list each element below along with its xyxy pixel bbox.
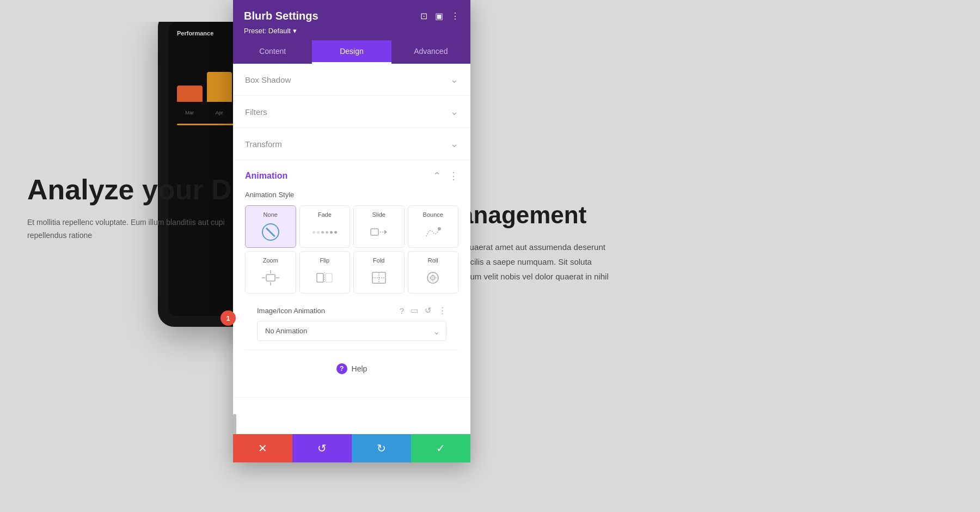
anim-fade[interactable]: Fade (299, 205, 351, 248)
svg-point-13 (438, 227, 441, 230)
fullscreen-icon[interactable]: ⊡ (420, 11, 427, 21)
layout-icon[interactable]: ▣ (435, 11, 443, 21)
modal-overlay (0, 0, 980, 512)
panel-title-row: Blurb Settings ⊡ ▣ ⋮ (244, 10, 460, 22)
box-shadow-label: Box Shadow (245, 75, 291, 84)
transform-label: Transform (245, 139, 282, 149)
panel-header-icons: ⊡ ▣ ⋮ (420, 11, 460, 21)
panel-header: Blurb Settings ⊡ ▣ ⋮ Preset: Default ▾ (233, 0, 470, 40)
fade-dot-5 (330, 231, 333, 234)
cancel-button[interactable]: ✕ (233, 434, 292, 462)
animation-grid: None Fade (245, 205, 458, 294)
animation-section: Animation ⌃ ⋮ Animation Style None (233, 160, 470, 398)
fade-dot-1 (313, 231, 315, 234)
none-circle-icon (262, 223, 279, 241)
svg-rect-19 (317, 273, 323, 282)
anim-slide[interactable]: Slide (353, 205, 405, 248)
confirm-button[interactable]: ✓ (411, 434, 470, 462)
anim-bounce-icon (423, 222, 443, 242)
help-label: Help (352, 364, 367, 373)
box-shadow-section[interactable]: Box Shadow ⌄ (233, 64, 470, 96)
scrollbar[interactable] (233, 414, 236, 434)
img-anim-label: Image/Icon Animation (257, 307, 325, 315)
transform-chevron: ⌄ (450, 138, 458, 150)
redo-button[interactable]: ↻ (352, 434, 411, 462)
filters-section[interactable]: Filters ⌄ (233, 96, 470, 128)
anim-roll-icon (423, 268, 443, 288)
img-anim-row: Image/Icon Animation ? ▭ ↺ ⋮ No Animatio… (245, 297, 458, 350)
preset-label: Preset: Default (244, 27, 291, 35)
roll-svg-icon (424, 270, 442, 285)
anim-flip[interactable]: Flip (299, 251, 351, 294)
animation-title: Animation (245, 171, 287, 181)
img-anim-help-icon[interactable]: ? (400, 306, 404, 315)
animation-header: Animation ⌃ ⋮ (245, 170, 458, 182)
anim-zoom[interactable]: Zoom (245, 251, 296, 294)
anim-slide-label: Slide (372, 211, 385, 218)
anim-fade-label: Fade (318, 211, 332, 218)
anim-fold-icon (369, 268, 389, 288)
anim-none[interactable]: None (245, 205, 296, 248)
animation-header-icons: ⌃ ⋮ (433, 170, 458, 182)
fade-dot-6 (334, 231, 337, 234)
img-anim-icons: ? ▭ ↺ ⋮ (400, 306, 446, 315)
fade-dot-4 (326, 231, 328, 234)
anim-fold[interactable]: Fold (353, 251, 405, 294)
help-circle-icon: ? (336, 363, 347, 374)
svg-rect-14 (266, 275, 275, 281)
undo-button[interactable]: ↺ (292, 434, 352, 462)
fade-dot-3 (321, 231, 324, 234)
img-anim-more-icon[interactable]: ⋮ (438, 306, 446, 315)
anim-bounce-label: Bounce (423, 211, 443, 218)
anim-none-icon (261, 222, 280, 242)
anim-roll-label: Roll (428, 257, 438, 264)
img-anim-device-icon[interactable]: ▭ (411, 306, 418, 315)
tab-advanced[interactable]: Advanced (391, 40, 470, 64)
anim-fold-label: Fold (373, 257, 384, 264)
panel-tabs: Content Design Advanced (233, 40, 470, 64)
flip-svg-icon (316, 270, 333, 285)
anim-zoom-label: Zoom (263, 257, 278, 264)
anim-flip-icon (315, 268, 334, 288)
panel-title: Blurb Settings (244, 10, 318, 22)
preset-row[interactable]: Preset: Default ▾ (244, 27, 460, 35)
anim-flip-label: Flip (320, 257, 329, 264)
transform-section[interactable]: Transform ⌄ (233, 128, 470, 160)
tab-design[interactable]: Design (312, 40, 391, 64)
anim-none-label: None (264, 211, 278, 218)
animation-more-icon[interactable]: ⋮ (449, 170, 458, 182)
svg-rect-10 (371, 229, 378, 235)
anim-slide-icon (369, 222, 389, 242)
filters-chevron: ⌄ (450, 106, 458, 118)
help-row[interactable]: ? Help (245, 350, 458, 387)
anim-bounce[interactable]: Bounce (408, 205, 459, 248)
zoom-svg-icon (262, 270, 279, 285)
panel-footer: ✕ ↺ ↻ ✓ (233, 434, 470, 462)
anim-roll[interactable]: Roll (408, 251, 459, 294)
animation-style-label: Animation Style (245, 191, 458, 199)
scroll-thumb (233, 414, 236, 434)
anim-fade-icon (315, 222, 334, 242)
fold-svg-icon (370, 270, 388, 285)
anim-zoom-icon (261, 268, 280, 288)
fade-dots-icon (313, 231, 337, 234)
img-anim-select-wrapper: No Animation Pulse Flash Rubberband Shak… (257, 321, 446, 341)
bounce-svg-icon (424, 225, 442, 239)
step-badge: 1 (220, 310, 236, 326)
preset-arrow: ▾ (293, 27, 297, 35)
more-icon[interactable]: ⋮ (451, 11, 460, 21)
filters-label: Filters (245, 107, 267, 117)
slide-svg-icon (370, 225, 388, 239)
tab-content[interactable]: Content (233, 40, 312, 64)
panel-body: Box Shadow ⌄ Filters ⌄ Transform ⌄ Anima… (233, 64, 470, 434)
svg-marker-12 (384, 230, 387, 234)
settings-panel: Blurb Settings ⊡ ▣ ⋮ Preset: Default ▾ C… (233, 0, 470, 462)
img-anim-reset-icon[interactable]: ↺ (425, 306, 432, 315)
animation-collapse-icon[interactable]: ⌃ (433, 170, 441, 182)
box-shadow-chevron: ⌄ (450, 74, 458, 86)
svg-rect-20 (326, 273, 332, 282)
img-anim-select[interactable]: No Animation Pulse Flash Rubberband Shak… (257, 321, 446, 341)
img-anim-header: Image/Icon Animation ? ▭ ↺ ⋮ (257, 306, 446, 315)
fade-dot-2 (317, 231, 320, 234)
